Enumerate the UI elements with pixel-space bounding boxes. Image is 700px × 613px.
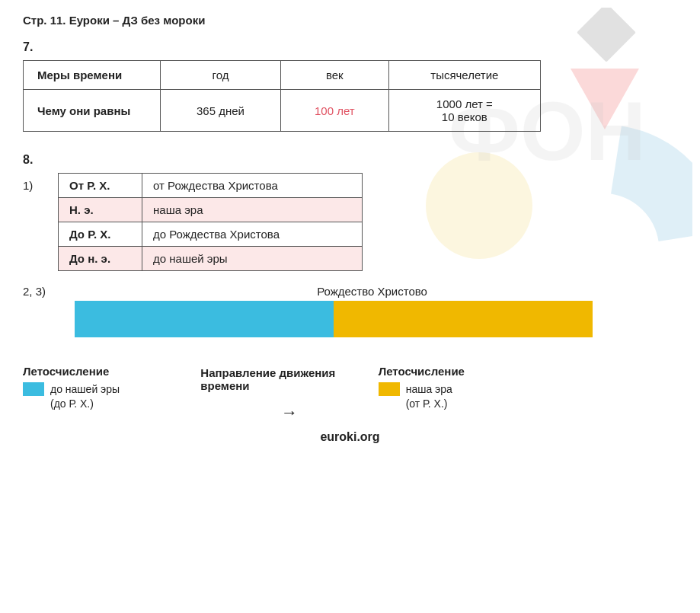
legend-center: Направление движения времени → [200,365,378,423]
abbr-do-neh: До н. э. [59,247,142,271]
legend-left: Летосчисление до нашей эры (до Р. Х.) [23,365,200,410]
legend-right-sub: (от Р. Х.) [379,397,448,410]
table-row: Н. э. наша эра [59,198,363,222]
cell-100-let: 100 лет [280,90,388,132]
section-7-num: 7. [23,40,677,54]
full-do-neh: до нашей эры [142,247,363,271]
cell-365-dney: 365 дней [161,90,281,132]
legend-right-item: наша эра [379,382,452,396]
sub23-content: Рождество Христово [75,285,677,356]
table-row: До Р. Х. до Рождества Христова [59,222,363,247]
legend-right-text: наша эра [406,383,452,395]
bar-blue [75,301,334,337]
section-8-num: 8. [23,153,677,167]
abbr-do-rx: До Р. Х. [59,222,142,247]
legend-row: Летосчисление до нашей эры (до Р. Х.) На… [23,365,556,423]
subsection-1: 1) От Р. Х. от Рождества Христова Н. э. … [23,173,677,271]
footer-url: euroki.org [23,430,677,444]
legend-left-text: до нашей эры [50,383,120,395]
row-label-chemu: Чему они равны [24,90,161,132]
swatch-blue [23,382,44,396]
full-ot-rx: от Рождества Христова [142,174,363,198]
table-8-1: От Р. Х. от Рождества Христова Н. э. наш… [58,173,363,271]
table-row: До н. э. до нашей эры [59,247,363,271]
col-header-mery: Меры времени [24,61,161,90]
legend-left-title: Летосчисление [23,365,109,378]
timeline-bar [75,301,593,337]
col-header-god: год [161,61,281,90]
legend-left-sub: (до Р. Х.) [23,397,94,410]
sub23-label: 2, 3) [23,285,61,298]
abbr-neh: Н. э. [59,198,142,222]
bar-yellow [334,301,593,337]
full-neh: наша эра [142,198,363,222]
cell-1000-let: 1000 лет = 10 веков [388,90,540,132]
page-header: Стр. 11. Еуроки – ДЗ без мороки [23,14,677,27]
full-do-rx: до Рождества Христова [142,222,363,247]
legend-left-item: до нашей эры [23,382,120,396]
direction-arrow: → [281,403,298,423]
sub1-label: 1) [23,173,44,192]
legend-center-title: Направление движения времени [200,366,378,392]
table-row: От Р. Х. от Рождества Христова [59,174,363,198]
col-header-vek: век [280,61,388,90]
legend-right-title: Летосчисление [379,365,465,378]
abbr-ot-rx: От Р. Х. [59,174,142,198]
col-header-tysiacheletie: тысячелетие [388,61,540,90]
legend-right: Летосчисление наша эра (от Р. Х.) [379,365,556,410]
subsection-23: 2, 3) Рождество Христово [23,285,677,356]
swatch-yellow [379,382,400,396]
table-7: Меры времени год век тысячелетие Чему он… [23,60,541,132]
rojdestvo-label: Рождество Христово [75,285,677,298]
page-title: Стр. 11. Еуроки – ДЗ без мороки [23,14,205,27]
